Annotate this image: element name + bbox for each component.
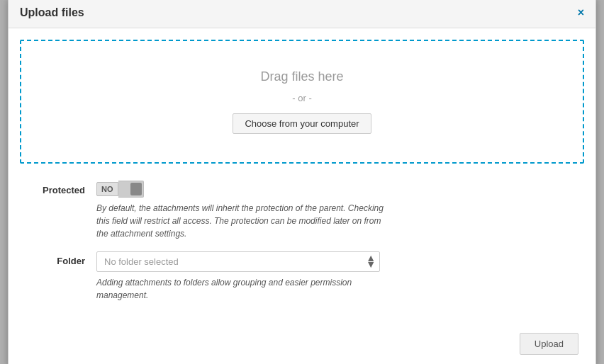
folder-select-wrapper: No folder selected ▲ ▼ — [96, 251, 380, 272]
modal-header: Upload files × — [9, 0, 595, 28]
protected-row: Protected NO By default, the attachments… — [26, 181, 578, 240]
protected-helper-text: By default, the attachments will inherit… — [96, 202, 394, 240]
folder-row: Folder No folder selected ▲ ▼ Adding att… — [26, 251, 578, 302]
modal-overlay: Upload files × Drag files here - or - Ch… — [0, 0, 604, 364]
modal-title: Upload files — [20, 6, 84, 19]
protected-toggle[interactable] — [118, 181, 144, 198]
upload-button[interactable]: Upload — [520, 333, 578, 355]
drag-files-text: Drag files here — [35, 69, 569, 84]
modal-footer: Upload — [9, 324, 595, 364]
modal-body: Drag files here - or - Choose from your … — [9, 28, 595, 324]
folder-label: Folder — [26, 251, 96, 266]
protected-content: NO By default, the attachments will inhe… — [96, 181, 578, 240]
close-button[interactable]: × — [578, 7, 584, 18]
drop-zone[interactable]: Drag files here - or - Choose from your … — [20, 40, 584, 164]
folder-select[interactable]: No folder selected — [96, 251, 380, 272]
toggle-no-label: NO — [96, 182, 118, 196]
or-text: - or - — [35, 93, 569, 103]
protected-label: Protected — [26, 181, 96, 195]
form-section: Protected NO By default, the attachments… — [20, 181, 584, 302]
folder-helper-text: Adding attachments to folders allow grou… — [96, 276, 394, 302]
upload-files-modal: Upload files × Drag files here - or - Ch… — [8, 0, 596, 364]
folder-content: No folder selected ▲ ▼ Adding attachment… — [96, 251, 578, 302]
toggle-container: NO — [96, 181, 578, 198]
choose-from-computer-button[interactable]: Choose from your computer — [233, 113, 371, 134]
